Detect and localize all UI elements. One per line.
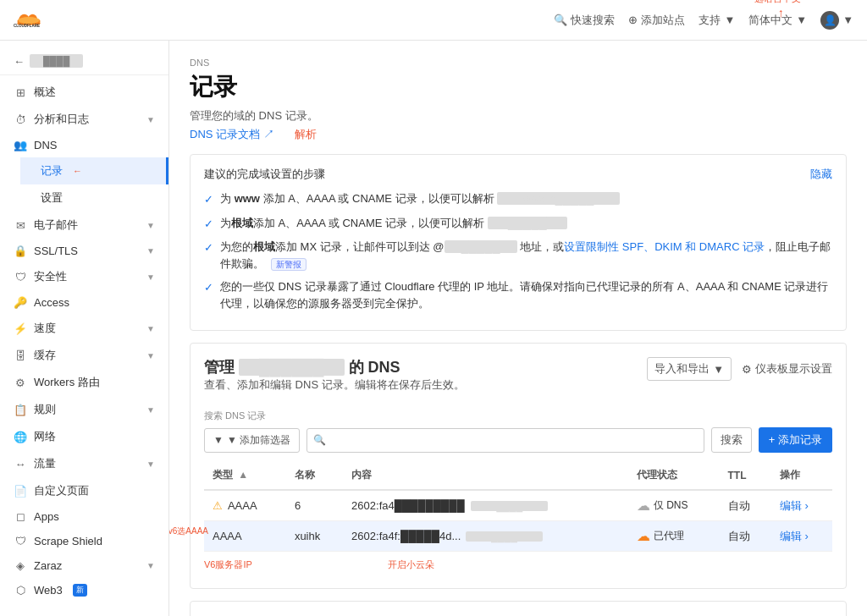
overview-icon: ⊞ bbox=[14, 86, 27, 99]
suggestion-item-1: ✓ 为 www 添加 A、AAAA 或 CNAME 记录，以便可以解析 www.… bbox=[204, 190, 832, 208]
col-name: 名称 bbox=[286, 461, 343, 490]
cell-content-2: 2602:fa4f:█████4d... ████ bbox=[343, 521, 628, 552]
proxy-label-1: 仅 DNS bbox=[654, 498, 688, 513]
sidebar-item-cache[interactable]: 🗄 缓存 ▼ bbox=[0, 342, 168, 369]
cell-action-2: 编辑 › bbox=[771, 521, 832, 552]
sidebar-item-label: 概述 bbox=[34, 85, 56, 100]
lang-arrow-icon: ↑ bbox=[778, 6, 784, 19]
sidebar-item-label: 记录 bbox=[41, 163, 63, 179]
suggestion-item-4: ✓ 您的一些仅 DNS 记录暴露了通过 Cloudflare 代理的 IP 地址… bbox=[204, 278, 832, 311]
suggestion-text-2: 为根域添加 A、AAAA 或 CNAME 记录，以便可以解析 █████ bbox=[220, 215, 567, 232]
cloud-enable-annotation: 开启小云朵 bbox=[388, 558, 434, 571]
back-text: ████ bbox=[30, 54, 83, 68]
sidebar-item-label: 电子邮件 bbox=[34, 217, 78, 233]
dashboard-settings-btn[interactable]: ⚙ 仪表板显示设置 bbox=[742, 361, 832, 377]
sidebar-item-email[interactable]: ✉ 电子邮件 ▼ bbox=[0, 212, 168, 239]
dns-manage-desc: 查看、添加和编辑 DNS 记录。编辑将在保存后生效。 bbox=[204, 377, 465, 393]
check-icon-3: ✓ bbox=[204, 239, 213, 256]
sidebar-item-label: Access bbox=[34, 296, 69, 309]
sidebar-item-security[interactable]: 🛡 安全性 ▼ bbox=[0, 263, 168, 290]
search-icon: 🔍 bbox=[554, 14, 567, 26]
network-icon: 🌐 bbox=[14, 431, 27, 443]
traffic-icon: ↔ bbox=[14, 458, 27, 470]
chevron-icon: ▼ bbox=[146, 272, 155, 282]
search-btn[interactable]: 搜索 bbox=[711, 427, 752, 453]
chevron-icon: ▼ bbox=[146, 221, 155, 230]
sidebar-item-web3[interactable]: ⬡ Web3 新 bbox=[0, 578, 168, 602]
sidebar-item-custom-pages[interactable]: 📄 自定义页面 bbox=[0, 477, 168, 504]
rules-icon: 📋 bbox=[14, 404, 27, 416]
zaraz-icon: ◈ bbox=[14, 559, 27, 572]
sidebar-item-dns-records[interactable]: 记录 ← bbox=[20, 157, 168, 184]
access-icon: 🔑 bbox=[14, 296, 27, 309]
workers-icon: ⚙ bbox=[14, 377, 27, 389]
chevron-icon: ▼ bbox=[146, 405, 155, 415]
table-row: AAAA xuihk 2602:fa4f:█████4d... ████ ☁ 已… bbox=[204, 521, 832, 552]
suggestion-text-4: 您的一些仅 DNS 记录暴露了通过 Cloudflare 代理的 IP 地址。请… bbox=[220, 278, 832, 311]
check-icon-4: ✓ bbox=[204, 279, 213, 296]
table-annotations: V6服务器IP 开启小云朵 bbox=[204, 555, 832, 575]
col-type: 类型 ▲ bbox=[204, 461, 286, 490]
search-btn-label: 搜索 bbox=[721, 433, 743, 446]
cell-name-1: 6 bbox=[286, 490, 343, 521]
dns-table: 类型 ▲ 名称 内容 代理状态 TTL 操作 ⚠ AAAA bbox=[204, 461, 832, 552]
user-menu-btn[interactable]: 👤 ▼ bbox=[820, 11, 853, 30]
scrape-shield-icon: 🛡 bbox=[14, 535, 27, 547]
search-inline-icon: 🔍 bbox=[313, 434, 326, 446]
sidebar-item-access[interactable]: 🔑 Access bbox=[0, 290, 168, 315]
analytics-icon: ⏱ bbox=[14, 113, 27, 126]
breadcrumb: DNS bbox=[190, 58, 847, 68]
suggestion-text-1: 为 www 添加 A、AAAA 或 CNAME 记录，以便可以解析 www.h█… bbox=[220, 190, 620, 207]
edit-btn-2[interactable]: 编辑 bbox=[780, 530, 802, 542]
quick-search-label: 快速搜索 bbox=[571, 13, 615, 28]
nameserver-section: Cloudflare 名称服务器 要使用 Cloudflare，请确保已更改权威… bbox=[190, 601, 847, 616]
sidebar-item-label: Zaraz bbox=[34, 559, 62, 572]
sidebar-item-rules[interactable]: 📋 规则 ▼ bbox=[0, 396, 168, 423]
sidebar-item-dns[interactable]: 👥 DNS bbox=[0, 133, 168, 157]
col-content: 内容 bbox=[343, 461, 628, 490]
sidebar-item-overview[interactable]: ⊞ 概述 bbox=[0, 79, 168, 106]
cell-type-2: AAAA bbox=[204, 521, 286, 552]
check-icon-1: ✓ bbox=[204, 191, 213, 208]
sidebar-item-label: SSL/TLS bbox=[34, 245, 78, 257]
sidebar-item-apps[interactable]: ◻ Apps bbox=[0, 504, 168, 529]
dns-docs-link[interactable]: DNS 记录文档 ↗ bbox=[190, 127, 274, 142]
col-proxy: 代理状态 bbox=[628, 461, 720, 490]
resolve-link[interactable]: 解析 bbox=[295, 127, 317, 142]
sidebar-item-ssl[interactable]: 🔒 SSL/TLS ▼ bbox=[0, 239, 168, 263]
spf-link[interactable]: 设置限制性 SPF、DKIM 和 DMARC 记录 bbox=[564, 239, 765, 256]
dns-manage-section: 管理 ██████ 的 DNS 查看、添加和编辑 DNS 记录。编辑将在保存后生… bbox=[190, 343, 847, 589]
sidebar-item-dns-settings[interactable]: 设置 bbox=[20, 184, 168, 212]
dashboard-settings-label: 仪表板显示设置 bbox=[755, 361, 832, 377]
support-btn[interactable]: 支持 ▼ bbox=[699, 13, 735, 28]
sidebar-item-speed[interactable]: ⚡ 速度 ▼ bbox=[0, 315, 168, 342]
add-record-btn[interactable]: + 添加记录 bbox=[759, 427, 832, 453]
suggestion-box: 建议的完成域设置的步骤 隐藏 ✓ 为 www 添加 A、AAAA 或 CNAME… bbox=[190, 154, 847, 331]
sort-arrow-icon[interactable]: ▲ bbox=[238, 469, 248, 481]
quick-search-btn[interactable]: 🔍 快速搜索 bbox=[554, 13, 615, 28]
filter-btn[interactable]: ▼ ▼ 添加筛选器 bbox=[204, 428, 300, 453]
sidebar-item-traffic[interactable]: ↔ 流量 ▼ bbox=[0, 450, 168, 477]
plus-icon: ⊕ bbox=[628, 14, 638, 26]
import-export-btn[interactable]: 导入和导出 ▼ bbox=[647, 357, 732, 381]
sidebar-back-btn[interactable]: ← ████ bbox=[0, 47, 168, 75]
lang-note-annotation: 选语言中文 bbox=[754, 0, 801, 5]
add-site-btn[interactable]: ⊕ 添加站点 bbox=[628, 13, 685, 28]
dns-manage-title: 管理 ██████ 的 DNS bbox=[204, 357, 465, 377]
top-navigation: CLOUDFLARE 🔍 快速搜索 ⊕ 添加站点 支持 ▼ 简体中文 ▼ 选语言… bbox=[0, 0, 867, 41]
sidebar-item-label: 流量 bbox=[34, 456, 56, 471]
sidebar-item-analytics[interactable]: ⏱ 分析和日志 ▼ bbox=[0, 106, 168, 133]
search-input[interactable] bbox=[306, 428, 704, 453]
edit-btn-1[interactable]: 编辑 bbox=[780, 499, 802, 512]
language-btn[interactable]: 简体中文 ▼ 选语言中文 ↑ bbox=[748, 13, 807, 28]
logo[interactable]: CLOUDFLARE bbox=[14, 10, 44, 30]
table-row: ⚠ AAAA ipv6选AAAA 6 2602:fa4█████████ ███… bbox=[204, 490, 832, 521]
sidebar-item-scrape-shield[interactable]: 🛡 Scrape Shield bbox=[0, 529, 168, 553]
sidebar-item-network[interactable]: 🌐 网络 bbox=[0, 423, 168, 450]
cache-icon: 🗄 bbox=[14, 349, 27, 362]
hide-btn[interactable]: 隐藏 bbox=[810, 167, 832, 182]
sidebar-item-workers[interactable]: ⚙ Workers 路由 bbox=[0, 369, 168, 396]
sidebar-item-zaraz[interactable]: ◈ Zaraz ▼ bbox=[0, 553, 168, 578]
apps-icon: ◻ bbox=[14, 510, 27, 523]
cell-proxy-1: ☁ 仅 DNS bbox=[628, 490, 720, 521]
